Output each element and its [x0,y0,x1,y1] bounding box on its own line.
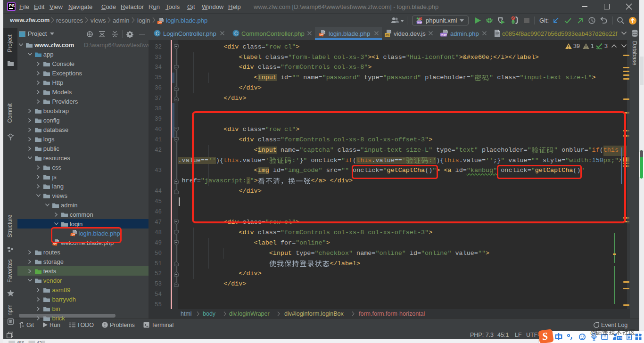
svg-text:PHP: PHP [417,21,422,24]
svg-text:PHP: PHP [441,33,446,36]
svg-text:C: C [234,31,238,36]
svg-text:C: C [156,31,159,36]
svg-text:JS: JS [386,33,390,37]
